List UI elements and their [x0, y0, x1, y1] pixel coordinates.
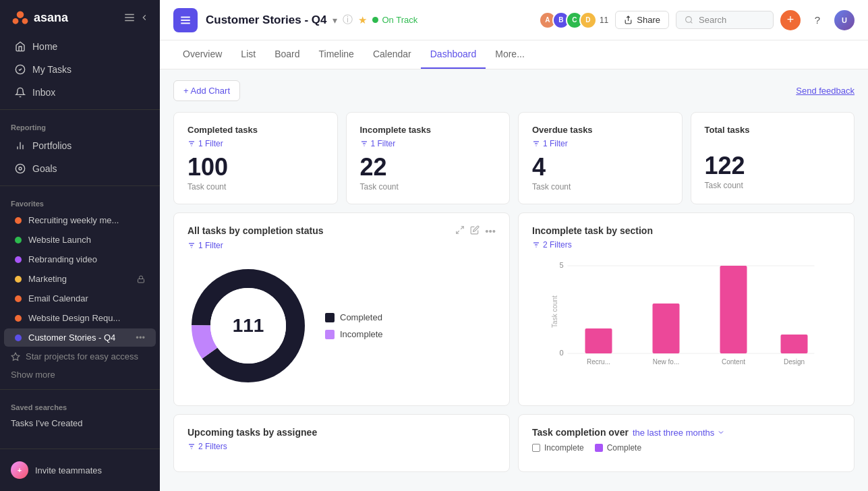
favorite-item-4[interactable]: Email Calendar [4, 289, 156, 308]
show-more-item[interactable]: Show more [0, 366, 160, 384]
tab-list[interactable]: List [231, 40, 265, 69]
upcoming-chart-header: Upcoming tasks by assignee [187, 427, 496, 438]
topbar-right: A B C D 11 Share Search + ? U [539, 10, 855, 30]
filter-icon-2 [360, 140, 368, 148]
avatar-stack: A B C D 11 [539, 11, 608, 29]
tab-more[interactable]: More... [486, 40, 534, 69]
sidebar-item-mytasks[interactable]: My Tasks [4, 59, 156, 80]
svg-point-18 [686, 17, 692, 23]
time-period-button[interactable]: the last three months [633, 428, 725, 438]
collapse-icon [123, 11, 136, 24]
project-menu-button[interactable] [173, 8, 198, 32]
favorite-dot-1 [15, 237, 22, 243]
star-projects-item[interactable]: Star projects for easy access [0, 347, 160, 366]
bell-icon [15, 87, 26, 98]
project-title-area: Customer Stories - Q4 ▾ ⓘ ★ On Track [206, 13, 531, 27]
donut-chart-filter[interactable]: 1 Filter [187, 241, 496, 250]
favorite-item-2[interactable]: Rebranding video [4, 250, 156, 268]
favorite-item-5[interactable]: Website Design Requ... [4, 309, 156, 327]
sidebar-item-inbox[interactable]: Inbox [4, 82, 156, 103]
stat-card-incomplete-filter[interactable]: 1 Filter [360, 139, 496, 148]
sidebar-divider-3 [0, 389, 160, 390]
svg-line-29 [461, 227, 463, 229]
favorite-item-3[interactable]: Marketing [4, 270, 156, 288]
favorite-dot-2 [15, 256, 22, 263]
asana-logo[interactable]: asana [11, 8, 68, 27]
favorite-item-6[interactable]: Customer Stories - Q4 ••• [4, 328, 156, 347]
favorite-item-0[interactable]: Recruiting weekly me... [4, 211, 156, 229]
star-icon [11, 352, 20, 362]
completion-legend: Incomplete Complete [532, 443, 840, 453]
sidebar-bottom: + Invite teammates [0, 449, 160, 491]
filter-icon-upcoming [187, 442, 196, 451]
check-circle-icon [15, 64, 26, 75]
add-chart-button[interactable]: + Add Chart [173, 80, 240, 101]
upcoming-chart-filter[interactable]: 2 Filters [187, 442, 496, 451]
sidebar-toggle[interactable] [123, 11, 149, 24]
send-feedback-link[interactable]: Send feedback [796, 86, 855, 96]
home-icon [15, 41, 26, 52]
project-chevron-icon[interactable]: ▾ [332, 15, 337, 26]
svg-text:New fo...: New fo... [653, 358, 679, 366]
tab-timeline[interactable]: Timeline [310, 40, 364, 69]
upcoming-chart-card: Upcoming tasks by assignee 2 Filters [173, 414, 510, 472]
tab-calendar[interactable]: Calendar [364, 40, 421, 69]
favorite-item-more-icon[interactable]: ••• [136, 333, 145, 343]
legend-dot-completed [325, 313, 335, 322]
sidebar-item-home[interactable]: Home [4, 36, 156, 57]
project-info-icon[interactable]: ⓘ [343, 13, 353, 26]
time-period-label: the last three months [633, 428, 714, 438]
donut-chart-card: All tasks by completion status ••• 1 Fil… [173, 212, 510, 406]
tab-board[interactable]: Board [265, 40, 309, 69]
svg-point-10 [16, 164, 24, 173]
svg-point-11 [19, 167, 22, 170]
share-button[interactable]: Share [615, 11, 669, 29]
stat-card-completed-filter[interactable]: 1 Filter [187, 139, 324, 148]
comp-legend-incomplete-box [532, 444, 540, 452]
comp-legend-complete-box [595, 444, 603, 452]
goals-icon [15, 163, 26, 174]
legend-label-incomplete: Incomplete [340, 329, 383, 339]
main-content: Customer Stories - Q4 ▾ ⓘ ★ On Track A B… [160, 0, 868, 491]
invite-teammates-button[interactable]: + Invite teammates [0, 456, 160, 484]
stat-card-total: Total tasks 122 Task count [691, 112, 855, 204]
avatar-4: D [579, 11, 597, 29]
more-icon[interactable]: ••• [485, 225, 496, 237]
donut-chart-actions: ••• [455, 225, 496, 237]
favorite-item-1[interactable]: Website Launch [4, 231, 156, 249]
svg-text:Recru...: Recru... [587, 358, 610, 366]
svg-marker-13 [11, 353, 20, 360]
star-projects-label: Star projects for easy access [26, 351, 138, 362]
tab-overview[interactable]: Overview [173, 40, 231, 69]
sidebar-item-inbox-label: Inbox [32, 87, 55, 98]
share-label: Share [637, 15, 660, 25]
expand-icon[interactable] [455, 225, 465, 237]
sidebar-divider-2 [0, 185, 160, 186]
stat-card-completed-title: Completed tasks [187, 125, 324, 135]
project-star-icon[interactable]: ★ [358, 14, 367, 26]
help-button[interactable]: ? [807, 10, 828, 30]
bar-chart-filter[interactable]: 2 Filters [532, 240, 840, 250]
share-icon [624, 16, 633, 24]
user-avatar[interactable]: U [834, 10, 855, 30]
tab-dashboard[interactable]: Dashboard [421, 40, 486, 69]
search-icon [685, 16, 693, 24]
completion-chart-card: Task completion over the last three mont… [518, 414, 855, 472]
add-button[interactable]: + [780, 10, 801, 30]
sidebar-item-portfolios[interactable]: Portfolios [4, 135, 156, 156]
sidebar-item-portfolios-label: Portfolios [32, 140, 71, 151]
search-bar[interactable]: Search [676, 11, 774, 29]
asana-logo-icon [11, 8, 30, 27]
saved-search-item-0[interactable]: Tasks I've Created [0, 414, 160, 432]
svg-text:Task count: Task count [551, 295, 558, 328]
stat-card-overdue-filter[interactable]: 1 Filter [532, 139, 668, 148]
sidebar-header: asana [0, 0, 160, 35]
edit-icon[interactable] [470, 225, 480, 237]
sidebar-item-goals[interactable]: Goals [4, 158, 156, 179]
favorite-dot-6 [15, 335, 22, 341]
stat-card-overdue-label: Task count [532, 182, 668, 192]
legend-completed: Completed [325, 312, 383, 322]
favorite-item-label-5: Website Design Requ... [28, 313, 145, 323]
stat-card-overdue-title: Overdue tasks [532, 125, 668, 135]
svg-line-19 [691, 22, 692, 23]
